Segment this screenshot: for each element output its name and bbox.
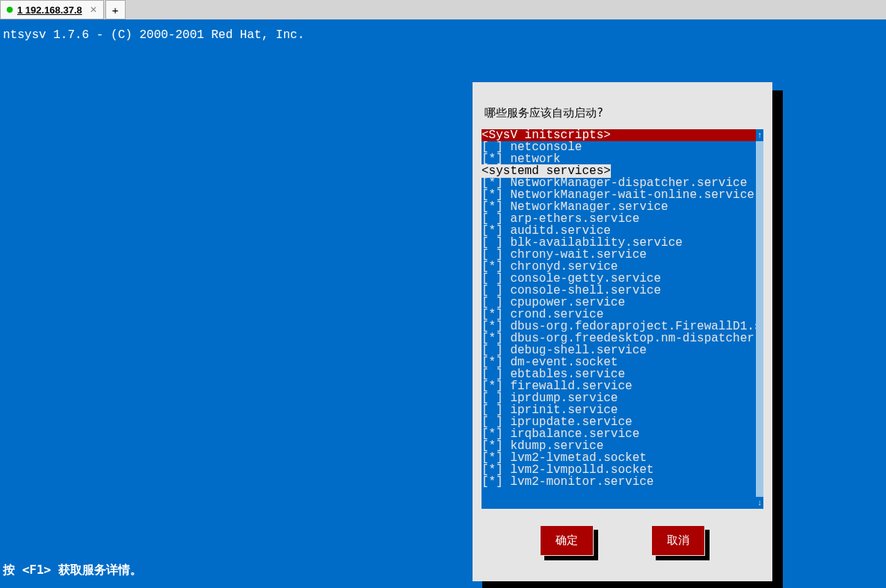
service-row[interactable]: [*] NetworkManager.service: [482, 201, 763, 213]
dialog-button-row: 确定 取消: [482, 509, 763, 556]
tab-bar: 1 192.168.37.8 ✕ +: [0, 0, 886, 19]
connection-status-icon: [7, 7, 13, 13]
services-listbox[interactable]: <SysV initscripts>[ ] netconsole[*] netw…: [482, 129, 763, 509]
service-row[interactable]: [*] dbus-org.freedesktop.nm-dispatcher.s…: [482, 332, 763, 344]
scroll-down-icon[interactable]: ↓: [756, 497, 763, 509]
service-row[interactable]: [*] lvm2-monitor.service: [482, 476, 763, 488]
tab-active[interactable]: 1 192.168.37.8 ✕: [0, 0, 104, 19]
service-row[interactable]: [ ] netconsole: [482, 141, 763, 153]
service-row[interactable]: [ ] console-shell.service: [482, 285, 763, 297]
service-row[interactable]: [*] dm-event.socket: [482, 356, 763, 368]
service-row[interactable]: [*] irqbalance.service: [482, 428, 763, 440]
service-row[interactable]: [ ] debug-shell.service: [482, 344, 763, 356]
hint-line: 按 <F1> 获取服务详情。: [3, 563, 142, 578]
service-row[interactable]: [ ] chrony-wait.service: [482, 249, 763, 261]
service-row[interactable]: [*] auditd.service: [482, 225, 763, 237]
close-tab-icon[interactable]: ✕: [90, 4, 97, 15]
service-row[interactable]: [ ] iprdump.service: [482, 392, 763, 404]
service-row[interactable]: [ ] console-getty.service: [482, 273, 763, 285]
service-row[interactable]: [ ] blk-availability.service: [482, 237, 763, 249]
service-name: lvm2-monitor.service: [510, 475, 653, 489]
service-row[interactable]: [ ] arp-ethers.service: [482, 213, 763, 225]
plus-icon: +: [112, 4, 119, 16]
terminal-area: ntsysv 1.7.6 - (C) 2000-2001 Red Hat, In…: [0, 19, 886, 588]
service-row[interactable]: [ ] cpupower.service: [482, 297, 763, 309]
section-subheader[interactable]: <systemd services>: [482, 165, 763, 177]
service-row[interactable]: [*] dbus-org.fedoraproject.FirewallD1.se…: [482, 321, 763, 332]
section-header[interactable]: <SysV initscripts>: [482, 129, 763, 141]
service-row[interactable]: [*] lvm2-lvmetad.socket: [482, 452, 763, 464]
dialog-title: 哪些服务应该自动启动?: [482, 93, 763, 129]
cancel-button[interactable]: 取消: [651, 525, 705, 556]
service-row[interactable]: [*] kdump.service: [482, 440, 763, 452]
service-row[interactable]: [ ] ebtables.service: [482, 368, 763, 380]
services-dialog: 哪些服务应该自动启动? <SysV initscripts>[ ] netcon…: [473, 82, 772, 581]
service-checkbox[interactable]: [*]: [482, 475, 510, 489]
service-row[interactable]: [*] crond.service: [482, 309, 763, 321]
service-row[interactable]: [ ] iprinit.service: [482, 404, 763, 416]
service-row[interactable]: [*] NetworkManager-dispatcher.service: [482, 177, 763, 189]
scrollbar[interactable]: ↑ ↓: [756, 129, 763, 509]
new-tab-button[interactable]: +: [105, 0, 126, 19]
service-row[interactable]: [*] NetworkManager-wait-online.service: [482, 189, 763, 201]
app-header: ntsysv 1.7.6 - (C) 2000-2001 Red Hat, In…: [3, 28, 304, 42]
service-row[interactable]: [ ] iprupdate.service: [482, 416, 763, 428]
service-row[interactable]: [*] network: [482, 153, 763, 165]
tab-title: 1 192.168.37.8: [17, 4, 82, 16]
ok-button[interactable]: 确定: [540, 525, 594, 556]
service-row[interactable]: [*] lvm2-lvmpolld.socket: [482, 464, 763, 476]
scroll-up-icon[interactable]: ↑: [756, 129, 763, 141]
service-row[interactable]: [*] firewalld.service: [482, 380, 763, 392]
service-row[interactable]: [*] chronyd.service: [482, 261, 763, 273]
